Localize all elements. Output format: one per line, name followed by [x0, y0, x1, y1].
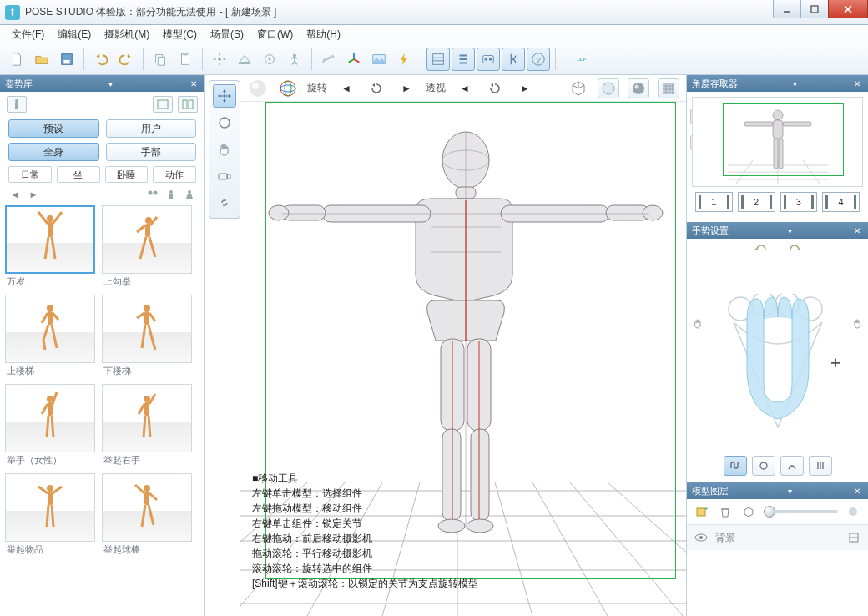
hand-right-icon[interactable] — [850, 317, 863, 333]
hand-preset-3[interactable] — [780, 456, 804, 476]
visibility-icon[interactable] — [694, 530, 709, 545]
angle-slot-4[interactable]: 4 — [822, 192, 860, 212]
cat-action[interactable]: 动作 — [153, 166, 196, 183]
panel-menu-icon[interactable]: ▾ — [104, 78, 116, 89]
angle-preview[interactable] — [692, 97, 863, 187]
view-mode1-icon[interactable] — [153, 96, 173, 113]
flash-icon[interactable] — [392, 48, 416, 71]
panel-close-icon[interactable]: ✕ — [851, 225, 863, 236]
persp-reset-icon[interactable] — [484, 78, 506, 98]
pose-card[interactable]: 上勾拳 — [102, 205, 192, 290]
panel-close-icon[interactable]: ✕ — [188, 78, 199, 89]
pose-card[interactable]: 下楼梯 — [102, 295, 192, 379]
tab-user[interactable]: 用户 — [106, 119, 197, 138]
tab-hand[interactable]: 手部 — [106, 143, 197, 161]
add-layer-icon[interactable]: + — [694, 504, 710, 519]
rotate-reset-icon[interactable] — [366, 78, 387, 98]
gizmo-icon[interactable] — [277, 78, 299, 98]
rotate-right-icon[interactable]: ► — [396, 78, 417, 98]
pose-card[interactable]: 上楼梯 — [5, 295, 95, 379]
open-icon[interactable] — [30, 48, 53, 71]
save-icon[interactable] — [55, 48, 78, 71]
panel-menu-icon[interactable]: ▾ — [785, 485, 796, 497]
hand-preset-4[interactable] — [809, 456, 832, 476]
panel3-icon[interactable] — [477, 48, 500, 71]
maximize-button[interactable] — [800, 0, 829, 18]
panel-menu-icon[interactable]: ▾ — [785, 225, 796, 236]
rotate-tool[interactable] — [213, 111, 236, 134]
persp-prev-icon[interactable]: ◄ — [454, 78, 476, 98]
view-mode2-icon[interactable] — [178, 96, 198, 113]
prev-page-icon[interactable]: ◄ — [8, 189, 22, 200]
axis-icon[interactable] — [342, 48, 366, 71]
new-icon[interactable] — [5, 48, 28, 71]
paste-icon[interactable] — [174, 48, 197, 71]
tab-fullbody[interactable]: 全身 — [8, 143, 99, 161]
menu-scene[interactable]: 场景(S) — [204, 25, 250, 43]
help-icon[interactable]: ? — [527, 48, 550, 71]
sphere-preview-icon[interactable] — [247, 78, 269, 98]
menu-file[interactable]: 文件(F) — [5, 25, 51, 43]
hand-rotate-right-icon[interactable] — [785, 242, 804, 257]
viewport-3d[interactable]: ■移动工具 左键单击模型：选择组件 左键拖动模型：移动组件 右键单击组件：锁定关… — [240, 102, 686, 616]
angle-slot-3[interactable]: 3 — [780, 192, 818, 212]
hand-preset-2[interactable] — [752, 456, 775, 476]
menu-edit[interactable]: 编辑(E) — [51, 25, 98, 43]
angle-slot-2[interactable]: 2 — [738, 192, 775, 212]
pose-card[interactable]: 举起球棒 — [102, 473, 192, 558]
cube-layer-icon[interactable] — [740, 504, 757, 519]
texture-icon[interactable] — [658, 78, 679, 98]
menu-camera[interactable]: 摄影机(M) — [98, 25, 156, 43]
panel4-icon[interactable] — [502, 48, 525, 71]
pose-card[interactable]: 举手（女性） — [5, 384, 95, 468]
close-button[interactable] — [828, 0, 868, 18]
panel-menu-icon[interactable]: ▾ — [789, 78, 800, 89]
panel-close-icon[interactable]: ✕ — [851, 78, 863, 89]
gender-both-icon[interactable] — [146, 189, 159, 200]
copy-icon[interactable] — [149, 48, 172, 71]
menu-model[interactable]: 模型(C) — [156, 25, 204, 43]
gender-female-icon[interactable] — [183, 189, 196, 200]
shade1-icon[interactable] — [598, 78, 619, 98]
hand-rotate-left-icon[interactable] — [752, 242, 770, 257]
pose-card[interactable]: 万岁 — [5, 205, 95, 290]
bg-layer-name[interactable] — [715, 532, 840, 543]
hand-preset-1[interactable] — [724, 456, 747, 476]
horizon-icon[interactable] — [367, 48, 391, 71]
hand-tool[interactable] — [213, 138, 236, 161]
cat-lie[interactable]: 卧睡 — [105, 166, 149, 183]
delete-layer-icon[interactable] — [717, 504, 734, 519]
cube-view-icon[interactable] — [568, 78, 589, 98]
gender-male-icon[interactable] — [164, 189, 178, 200]
panel2-icon[interactable] — [452, 48, 475, 71]
move-tool[interactable] — [213, 84, 236, 108]
rotate-left-icon[interactable]: ◄ — [336, 78, 357, 98]
cat-daily[interactable]: 日常 — [8, 166, 52, 183]
figure-filter-icon[interactable] — [7, 96, 27, 113]
target-icon[interactable] — [258, 48, 281, 71]
pose-card[interactable]: 举起右手 — [102, 384, 192, 468]
undo-icon[interactable] — [89, 48, 113, 71]
opacity-slider[interactable] — [764, 510, 838, 513]
minimize-button[interactable] — [773, 0, 801, 18]
menu-help[interactable]: 帮助(H) — [300, 25, 347, 43]
camera-tool[interactable] — [213, 164, 236, 188]
panel-close-icon[interactable]: ✕ — [851, 485, 863, 497]
persp-next-icon[interactable]: ► — [514, 78, 536, 98]
link-tool[interactable] — [213, 191, 236, 215]
next-page-icon[interactable]: ► — [27, 189, 40, 200]
bone-icon[interactable] — [317, 48, 341, 71]
floor-icon[interactable] — [233, 48, 256, 71]
panel1-icon[interactable] — [426, 48, 450, 71]
redo-icon[interactable] — [114, 48, 138, 71]
shade2-icon[interactable] — [628, 78, 649, 98]
pose-card[interactable]: 举起物品 — [5, 473, 95, 558]
tab-preset[interactable]: 预设 — [8, 119, 99, 138]
angle-slot-1[interactable]: 1 — [695, 192, 733, 212]
cat-sit[interactable]: 坐 — [57, 166, 100, 183]
menu-window[interactable]: 窗口(W) — [250, 25, 300, 43]
hand-widget[interactable] — [715, 294, 840, 436]
reset-pose-icon[interactable] — [283, 48, 306, 71]
layer-settings-icon[interactable] — [847, 530, 862, 545]
center-icon[interactable] — [208, 48, 231, 71]
